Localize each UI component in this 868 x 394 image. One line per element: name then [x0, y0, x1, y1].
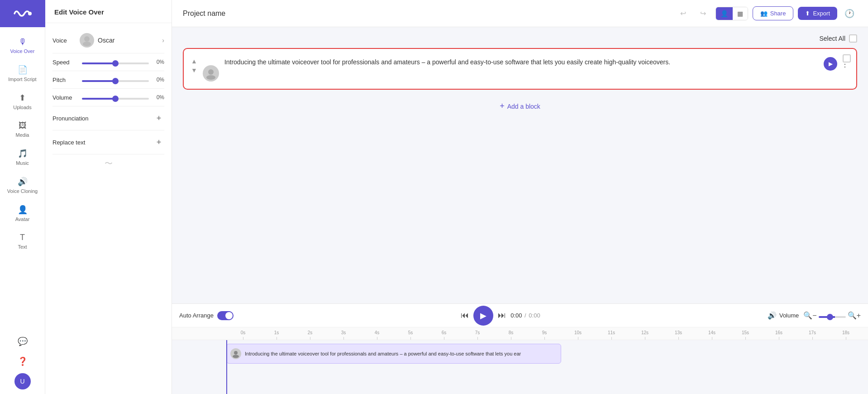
sidebar-item-media[interactable]: 🖼 Media	[0, 115, 45, 143]
share-button[interactable]: 👥 Share	[753, 6, 794, 20]
voice-over-icon: 🎙	[19, 37, 27, 47]
sidebar-item-music[interactable]: 🎵 Music	[0, 143, 45, 171]
block-text[interactable]: Introducing the ultimate voiceover tool …	[224, 56, 818, 67]
uploads-icon: ⬆	[19, 93, 26, 103]
voice-avatar	[80, 33, 94, 48]
voice-selector[interactable]: Oscar ›	[80, 33, 164, 48]
panel-header: Edit Voice Over	[45, 0, 172, 23]
pitch-slider[interactable]	[82, 80, 149, 82]
topbar: Project name ↩ ↪ 👤 ▦ 👥 Share ⬆ Export 🕐	[172, 0, 868, 27]
ruler-tick-13: 13s	[662, 330, 695, 340]
view-grid-button[interactable]: ▦	[733, 7, 748, 20]
block-arrows: ▲ ▼	[191, 56, 197, 73]
view-toggle: 👤 ▦	[715, 7, 748, 20]
ruler-tick-15: 15s	[729, 330, 762, 340]
export-button[interactable]: ⬆ Export	[798, 7, 837, 20]
svg-point-4	[206, 75, 215, 80]
ruler-tick-2: 2s	[293, 330, 327, 340]
sidebar-item-voice-cloning[interactable]: 🔊 Voice Cloning	[0, 171, 45, 199]
block-content: Introducing the ultimate voiceover tool …	[224, 56, 818, 67]
voice-row: Voice Oscar ›	[52, 28, 164, 53]
ruler-tick-4: 4s	[360, 330, 394, 340]
rewind-button[interactable]: ⏮	[461, 311, 469, 320]
voice-cloning-icon: 🔊	[18, 177, 28, 187]
svg-point-2	[83, 42, 91, 46]
replace-text-section: Replace text +	[52, 130, 164, 154]
svg-point-3	[208, 69, 214, 75]
pitch-row: Pitch 0%	[52, 71, 164, 89]
pronunciation-add-button[interactable]: +	[153, 113, 164, 124]
speed-slider-wrap	[82, 58, 149, 66]
view-person-button[interactable]: 👤	[716, 7, 733, 20]
block-checkbox[interactable]	[843, 54, 851, 62]
sidebar-item-label: Voice Over	[10, 48, 35, 54]
project-name[interactable]: Project name	[183, 10, 670, 18]
speed-label: Speed	[52, 59, 82, 66]
nav-bottom: 💬 ❓ U	[14, 333, 31, 394]
ruler-tick-17: 17s	[796, 330, 829, 340]
ruler-line	[812, 337, 813, 340]
zoom-in-button[interactable]: 🔍+	[848, 311, 861, 320]
ruler-tick-1: 1s	[260, 330, 293, 340]
ruler-line	[779, 337, 779, 340]
select-all-checkbox[interactable]	[849, 34, 857, 43]
scroll-down-icon: 〜	[105, 158, 113, 169]
chat-button[interactable]: 💬	[14, 333, 31, 350]
block-up-button[interactable]: ▲	[191, 58, 197, 64]
auto-arrange-toggle[interactable]	[217, 311, 234, 320]
sidebar-item-import-script[interactable]: 📄 Import Script	[0, 59, 45, 87]
add-block-icon: +	[500, 101, 505, 111]
sidebar-item-uploads[interactable]: ⬆ Uploads	[0, 87, 45, 115]
ruler-line	[377, 337, 377, 340]
add-block-label: Add a block	[507, 103, 540, 110]
add-block-row[interactable]: + Add a block	[183, 95, 857, 117]
ruler-line	[511, 337, 511, 340]
ruler-tick-19: 19s	[863, 330, 868, 340]
toggle-knob	[225, 312, 233, 319]
logo[interactable]	[0, 0, 45, 27]
panel-content: Voice Oscar › Speed 0% Pitch 0%	[45, 23, 172, 394]
speed-row: Speed 0%	[52, 53, 164, 71]
time-total: 0:00	[529, 312, 540, 319]
timeline-clip[interactable]: Introducing the ultimate voiceover tool …	[226, 344, 561, 364]
block-down-button[interactable]: ▼	[191, 67, 197, 73]
zoom-slider[interactable]	[819, 316, 846, 318]
svg-point-6	[233, 355, 239, 358]
speed-slider[interactable]	[82, 62, 149, 64]
export-icon: ⬆	[805, 10, 810, 17]
zoom-out-button[interactable]: 🔍−	[803, 311, 816, 320]
script-block: ▲ ▼ Introducing the ultimate voiceover t…	[183, 48, 857, 90]
ruler-tick-7: 7s	[461, 330, 494, 340]
undo-button[interactable]: ↩	[676, 6, 691, 21]
sidebar-item-text[interactable]: T Text	[0, 227, 45, 255]
left-nav: 🎙 Voice Over 📄 Import Script ⬆ Uploads 🖼…	[0, 0, 45, 394]
sidebar-item-avatar[interactable]: 👤 Avatar	[0, 199, 45, 227]
ruler-line	[611, 337, 612, 340]
history-button[interactable]: 🕐	[842, 6, 857, 21]
ruler-line	[578, 337, 578, 340]
ruler-tick-3: 3s	[327, 330, 360, 340]
sidebar-item-voice-over[interactable]: 🎙 Voice Over	[0, 32, 45, 59]
redo-button[interactable]: ↪	[696, 6, 711, 21]
sidebar-item-label: Voice Cloning	[7, 188, 38, 194]
chevron-right-icon: ›	[162, 37, 164, 44]
ruler-line	[243, 337, 243, 340]
ruler-line	[712, 337, 712, 340]
ruler-line	[745, 337, 746, 340]
select-all-label: Select All	[819, 35, 845, 42]
user-avatar[interactable]: U	[14, 373, 31, 389]
forward-button[interactable]: ⏭	[498, 311, 506, 320]
pitch-value: 0%	[149, 77, 164, 83]
help-button[interactable]: ❓	[14, 353, 31, 370]
ruler-tick-start: 0s	[226, 330, 260, 340]
ruler-tick-5: 5s	[394, 330, 427, 340]
volume-slider[interactable]	[82, 98, 149, 100]
play-button[interactable]: ▶	[473, 306, 493, 326]
ruler-line	[678, 337, 679, 340]
ruler-tick-11: 11s	[595, 330, 628, 340]
export-label: Export	[813, 10, 830, 17]
block-play-button[interactable]: ▶	[824, 57, 837, 71]
ruler-tick-10: 10s	[561, 330, 595, 340]
replace-text-label: Replace text	[52, 139, 85, 146]
replace-text-add-button[interactable]: +	[153, 137, 164, 148]
